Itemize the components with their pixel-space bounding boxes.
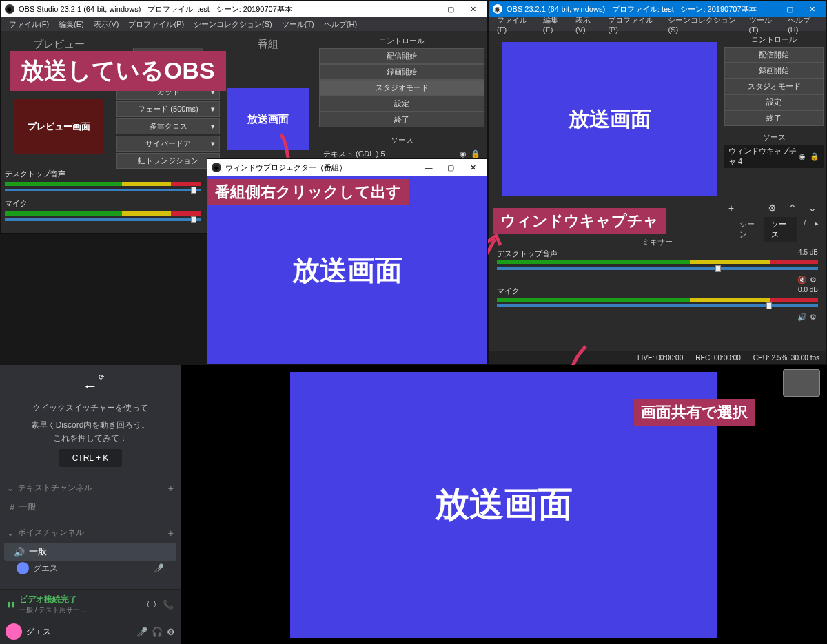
gear-icon[interactable]: ⚙ <box>768 202 777 214</box>
start-stream-button[interactable]: 配信開始 <box>319 48 484 64</box>
self-view-thumbnail[interactable] <box>783 369 820 397</box>
menu-file[interactable]: ファイル(F) <box>5 18 53 31</box>
obs-icon: ◉ <box>493 4 502 14</box>
add-channel-icon[interactable]: + <box>168 483 174 494</box>
obs-icon: ◉ <box>212 163 221 172</box>
close-button[interactable]: ✕ <box>462 160 483 174</box>
menu-help[interactable]: ヘルプ(H) <box>320 18 361 31</box>
obs1-menubar: ファイル(F) 編集(E) 表示(V) プロファイル(P) シーンコレクション(… <box>1 17 487 31</box>
source-item[interactable]: ウィンドウキャプチャ 4 ◉🔒 <box>724 145 824 168</box>
speaker-icon[interactable]: 🔊 <box>797 313 807 322</box>
lock-icon[interactable]: 🔒 <box>471 149 480 158</box>
minimize-button[interactable]: — <box>418 160 439 174</box>
controls-head: コントロール <box>724 32 824 47</box>
down-icon[interactable]: ⌄ <box>808 202 817 214</box>
status-live: LIVE: 00:00:00 <box>637 354 683 362</box>
start-record-button[interactable]: 録画開始 <box>319 64 484 80</box>
status-rec: REC: 00:00:00 <box>695 354 741 362</box>
add-channel-icon[interactable]: + <box>168 528 174 539</box>
voice-sub: 一般 / テスト用サー… <box>19 605 147 615</box>
exit-button[interactable]: 終了 <box>724 110 824 126</box>
text-channels-header[interactable]: ⌄ テキストチャンネル + <box>0 478 181 498</box>
mixer-mic-label: マイク <box>1 197 205 210</box>
menu-tools[interactable]: ツール(T) <box>745 14 783 35</box>
settings-button[interactable]: 設定 <box>319 96 484 112</box>
sources-head: ソース <box>319 133 484 147</box>
trans-rainbow[interactable]: 虹トランジション▾ <box>116 153 220 169</box>
menu-scene-collection[interactable]: シーンコレクション(S) <box>664 14 743 35</box>
maximize-button[interactable]: ▢ <box>440 2 461 16</box>
mixer-desktop-slider[interactable] <box>5 189 201 191</box>
menu-help[interactable]: ヘルプ(H) <box>784 14 822 35</box>
projector-titlebar[interactable]: ◉ ウィンドウプロジェクター（番組） — ▢ ✕ <box>207 159 487 176</box>
close-button[interactable]: ✕ <box>462 2 483 16</box>
lock-icon[interactable]: 🔒 <box>810 152 819 161</box>
studio-mode-button[interactable]: スタジオモード <box>319 80 484 96</box>
voice-user[interactable]: グエス 🎤̸ <box>0 561 181 576</box>
controls-head: コントロール <box>319 34 484 48</box>
menu-tools[interactable]: ツール(T) <box>278 18 318 31</box>
back-arrow-icon[interactable]: ← ⟳ <box>6 377 175 395</box>
studio-mode-button[interactable]: スタジオモード <box>724 79 824 94</box>
hash-icon: # <box>10 502 14 512</box>
screenshare-icon[interactable]: 🖵 <box>147 599 156 610</box>
mic-mute-icon[interactable]: 🎤̸ <box>154 563 164 573</box>
preview-thumbnail[interactable]: プレビュー画面 <box>14 99 103 154</box>
up-icon[interactable]: ⌃ <box>788 202 797 214</box>
mixer-desktop-meter <box>5 182 201 186</box>
obs2-statusbar: LIVE: 00:00:00 REC: 00:00:00 CPU: 2.5%, … <box>489 351 826 364</box>
mixer-desktop-label: デスクトップ音声 <box>1 167 205 180</box>
gear-icon[interactable]: ⚙ <box>810 313 817 322</box>
menu-view[interactable]: 表示(V) <box>571 14 602 35</box>
speaker-icon: 🔊 <box>14 547 25 557</box>
exit-button[interactable]: 終了 <box>319 112 484 127</box>
chevron-down-icon: ▾ <box>211 122 215 131</box>
menu-scene-collection[interactable]: シーンコレクション(S) <box>190 18 276 31</box>
switcher-tip-2: 素早くDiscord内を動き回ろう。 <box>6 419 175 431</box>
trans-cyber[interactable]: サイバードア▾ <box>116 136 220 152</box>
discord-user-panel: グエス 🎤̸ 🎧 ⚙ <box>0 619 181 644</box>
menu-profile[interactable]: プロファイル(P) <box>124 18 188 31</box>
mx1-slider[interactable] <box>497 267 818 270</box>
mx2-slider[interactable] <box>497 304 818 307</box>
mx1-db: -4.5 dB <box>796 249 818 259</box>
voice-channels-header[interactable]: ⌄ ボイスチャンネル + <box>0 523 181 543</box>
trans-fade[interactable]: フェード (500ms)▾ <box>116 101 220 117</box>
bottom-username: グエス <box>26 626 132 638</box>
mx2-label: マイク <box>497 286 520 296</box>
menu-profile[interactable]: プロファイル(P) <box>604 14 662 35</box>
mic-icon[interactable]: 🎤̸ <box>136 627 147 637</box>
minimize-button[interactable]: — <box>418 2 439 16</box>
hangup-icon[interactable]: 📞 <box>163 599 174 610</box>
start-record-button[interactable]: 録画開始 <box>724 63 824 79</box>
voice-channel[interactable]: 🔊 一般 <box>4 543 176 561</box>
headphones-icon[interactable]: 🎧 <box>152 627 163 637</box>
maximize-button[interactable]: ▢ <box>440 160 461 174</box>
menu-view[interactable]: 表示(V) <box>90 18 123 31</box>
program-heading: 番組 <box>258 35 278 54</box>
mixer-mic-slider[interactable] <box>5 218 201 221</box>
menu-edit[interactable]: 編集(E) <box>539 14 570 35</box>
start-stream-button[interactable]: 配信開始 <box>724 47 824 63</box>
avatar <box>17 562 29 574</box>
menu-edit[interactable]: 編集(E) <box>54 18 88 31</box>
menu-file[interactable]: ファイル(F) <box>493 14 538 35</box>
speaker-mute-icon[interactable]: 🔇 <box>797 276 807 284</box>
text-channel[interactable]: # 一般 <box>0 498 181 516</box>
program-thumbnail[interactable]: 放送画面 <box>227 88 309 150</box>
chevron-down-icon: ⌄ <box>7 528 14 538</box>
remove-icon[interactable]: — <box>746 202 755 214</box>
hotkey-button[interactable]: CTRL + K <box>59 449 123 467</box>
add-icon[interactable]: + <box>728 202 734 214</box>
trans-multi[interactable]: 多重クロス▾ <box>116 118 220 134</box>
annotation-window-capture: ウィンドウキャプチャ <box>493 208 666 234</box>
obs2-program[interactable]: 放送画面 <box>502 42 717 196</box>
gear-icon[interactable]: ⚙ <box>810 276 817 284</box>
eye-icon[interactable]: ◉ <box>797 152 807 161</box>
chevron-down-icon: ▾ <box>211 139 215 148</box>
obs-icon: ◉ <box>5 4 14 14</box>
eye-icon[interactable]: ◉ <box>458 149 468 158</box>
obs1-titlebar[interactable]: ◉ OBS Studio 23.2.1 (64-bit, windows) - … <box>1 1 487 17</box>
settings-gear-icon[interactable]: ⚙ <box>167 627 175 637</box>
settings-button[interactable]: 設定 <box>724 94 824 110</box>
